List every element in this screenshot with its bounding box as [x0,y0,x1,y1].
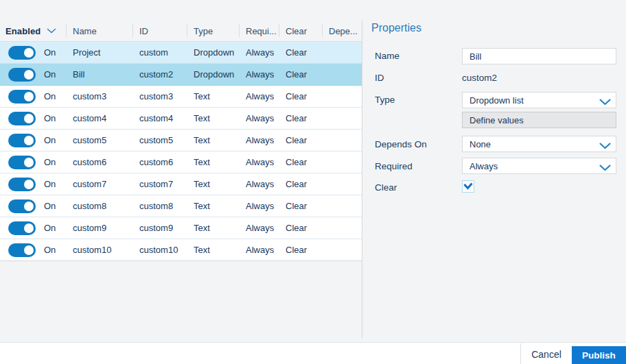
cell-id: custom [132,42,187,63]
required-dropdown-value: Always [470,161,498,171]
clear-action[interactable]: Clear [279,86,322,107]
cell-id: custom3 [132,86,187,107]
cell-required: Always [239,239,279,260]
clear-action[interactable]: Clear [279,42,322,63]
cell-required: Always [239,130,279,151]
cell-id: custom9 [132,217,187,239]
enabled-toggle[interactable] [8,221,36,235]
enabled-toggle[interactable] [8,178,36,191]
table-row[interactable]: On custom10 custom10 Text Always Clear [0,239,362,261]
enabled-toggle[interactable] [8,156,36,169]
cell-name: custom8 [66,195,132,217]
cell-name: custom4 [66,108,132,129]
column-header-enabled-label: Enabled [5,26,40,36]
chevron-down-icon [599,141,611,151]
clear-action[interactable]: Clear [279,173,322,195]
toggle-knob [24,245,34,255]
enabled-toggle[interactable] [8,46,36,60]
table-row[interactable]: On custom5 custom5 Text Always Clear [0,130,362,151]
cell-required: Always [239,86,279,107]
cell-enabled: On [0,239,66,260]
enabled-toggle[interactable] [8,112,36,125]
toggle-state-label: On [44,151,56,173]
cell-type: Text [187,151,239,173]
clear-action[interactable]: Clear [279,64,322,85]
cell-type: Text [187,108,239,129]
cell-type: Text [187,86,239,107]
toggle-state-label: On [44,108,56,129]
clear-action[interactable]: Clear [279,239,322,260]
column-header-depends: Depe... [322,21,362,41]
table-row[interactable]: On custom3 custom3 Text Always Clear [0,86,362,108]
clear-action[interactable]: Clear [279,151,322,173]
toggle-knob [24,114,34,123]
cell-required: Always [239,217,279,239]
depends-on-dropdown[interactable]: None [462,136,616,152]
toggle-state-label: On [44,239,56,260]
cell-required: Always [239,42,279,63]
cell-enabled: On [0,173,66,195]
cell-type: Text [187,239,239,260]
cell-name: custom7 [66,173,132,195]
cell-id: custom2 [132,64,187,85]
name-input[interactable] [462,48,616,64]
cell-name: custom3 [66,86,132,107]
fields-table-panel: Enabled Name ID Type Requi... Clear Depe… [0,21,362,261]
table-row[interactable]: On Project custom Dropdown Always Clear [0,42,362,64]
table-row[interactable]: On Bill custom2 Dropdown Always Clear [0,64,362,86]
properties-panel: Properties Name ID custom2 Type Dropdown… [362,0,626,342]
clear-action[interactable]: Clear [279,195,322,217]
table-row[interactable]: On custom6 custom6 Text Always Clear [0,151,362,173]
column-header-enabled[interactable]: Enabled [0,21,66,41]
clear-action[interactable]: Clear [279,108,322,129]
custom-fields-dialog: Enabled Name ID Type Requi... Clear Depe… [0,0,626,364]
cancel-button[interactable]: Cancel [521,343,572,364]
cell-depends [322,42,362,63]
type-label: Type [375,95,395,105]
toggle-knob [24,70,34,80]
id-label: ID [375,73,384,83]
chevron-down-icon [599,97,611,108]
cell-name: Bill [66,64,132,85]
name-label: Name [375,51,399,61]
table-row[interactable]: On custom8 custom8 Text Always Clear [0,195,362,217]
cell-name: Project [66,42,132,63]
clear-action[interactable]: Clear [279,130,322,151]
cell-depends [322,173,362,195]
cell-depends [322,239,362,260]
publish-button[interactable]: Publish [572,346,626,364]
cell-depends [322,217,362,239]
enabled-toggle[interactable] [8,199,36,213]
cell-id: custom6 [132,151,187,173]
id-value: custom2 [462,73,616,83]
type-dropdown[interactable]: Dropdown list [462,92,616,108]
cell-depends [322,151,362,173]
toggle-state-label: On [44,42,56,63]
properties-title: Properties [371,22,421,34]
enabled-toggle[interactable] [8,134,36,147]
column-header-type: Type [187,21,239,41]
required-dropdown[interactable]: Always [462,158,616,174]
column-header-clear: Clear [279,21,322,41]
table-row[interactable]: On custom7 custom7 Text Always Clear [0,173,362,195]
table-row[interactable]: On custom9 custom9 Text Always Clear [0,217,362,239]
cell-id: custom8 [132,195,187,217]
cell-id: custom4 [132,108,187,129]
toggle-knob [24,180,34,189]
enabled-toggle[interactable] [8,90,36,104]
cell-enabled: On [0,64,66,85]
table-row[interactable]: On custom4 custom4 Text Always Clear [0,108,362,130]
toggle-state-label: On [44,130,56,151]
define-values-button[interactable]: Define values [462,112,616,128]
cell-depends [322,195,362,217]
cell-type: Text [187,195,239,217]
enabled-toggle[interactable] [8,68,36,82]
cell-id: custom7 [132,173,187,195]
cell-enabled: On [0,86,66,107]
clear-checkbox[interactable] [462,180,474,193]
cell-type: Text [187,130,239,151]
toggle-state-label: On [44,217,56,239]
enabled-toggle[interactable] [8,243,36,257]
clear-action[interactable]: Clear [279,217,322,239]
footer-bar: Cancel Publish [0,342,626,364]
